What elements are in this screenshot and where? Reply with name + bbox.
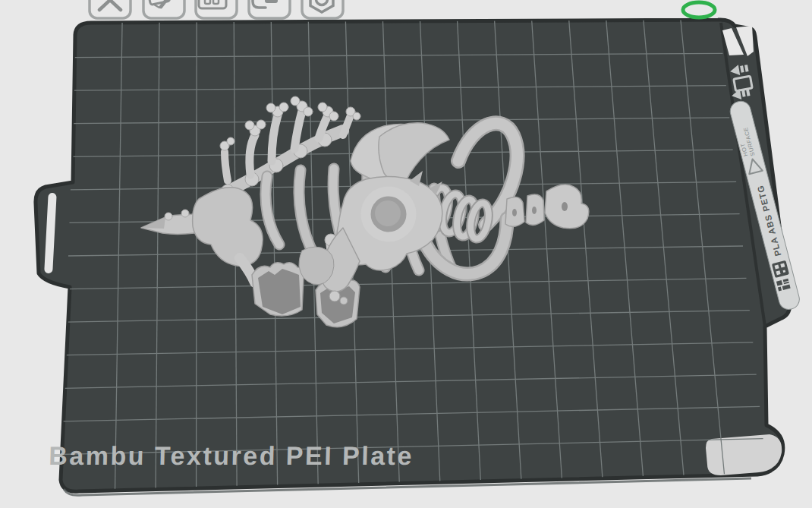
slicer-prepare-view: HOT SURFACE PLA ABS PETG Bambu Textured … (0, 0, 812, 508)
viewport-3d[interactable]: HOT SURFACE PLA ABS PETG Bambu Textured … (0, 0, 812, 508)
plate-title: Bambu Textured PEI Plate (49, 441, 414, 470)
